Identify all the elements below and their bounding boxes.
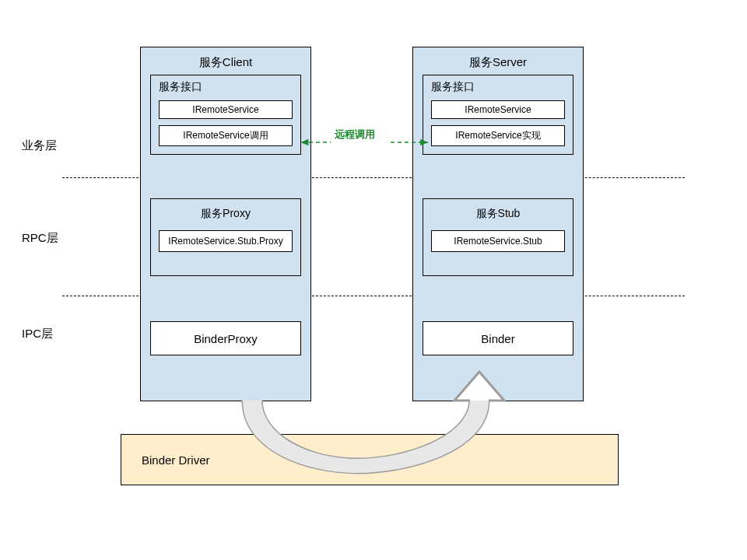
server-stub-title: 服务Stub — [423, 199, 573, 229]
client-iremoteservice: IRemoteService — [159, 100, 293, 119]
client-title: 服务Client — [141, 47, 310, 75]
server-iremoteservice: IRemoteService — [431, 100, 565, 119]
client-iremoteservice-call: IRemoteService调用 — [159, 125, 293, 146]
client-interface-box: 服务接口 IRemoteService IRemoteService调用 — [150, 75, 301, 155]
client-proxy-class: IRemoteService.Stub.Proxy — [159, 230, 293, 252]
server-stub-class: IRemoteService.Stub — [431, 230, 565, 252]
client-proxy-box: 服务Proxy IRemoteService.Stub.Proxy — [150, 198, 301, 276]
server-interface-box: 服务接口 IRemoteService IRemoteService实现 — [423, 75, 573, 155]
layer-label-business: 业务层 — [22, 138, 57, 153]
server-binder: Binder — [423, 321, 573, 355]
layer-label-ipc: IPC层 — [22, 327, 53, 341]
server-title: 服务Server — [413, 47, 583, 75]
server-column: 服务Server 服务接口 IRemoteService IRemoteServ… — [412, 47, 584, 401]
server-iremoteservice-impl: IRemoteService实现 — [431, 125, 565, 146]
layer-label-rpc: RPC层 — [22, 231, 58, 246]
binder-driver-box: Binder Driver — [121, 434, 619, 485]
server-stub-box: 服务Stub IRemoteService.Stub — [423, 198, 573, 276]
remote-call-label: 远程调用 — [335, 128, 375, 142]
client-interface-title: 服务接口 — [151, 75, 300, 97]
client-proxy-title: 服务Proxy — [151, 199, 300, 229]
client-binder-proxy: BinderProxy — [150, 321, 301, 355]
server-interface-title: 服务接口 — [423, 75, 573, 97]
client-column: 服务Client 服务接口 IRemoteService IRemoteServ… — [140, 47, 311, 401]
diagram-canvas: 业务层 RPC层 IPC层 服务Client 服务接口 IRemoteServi… — [0, 0, 747, 560]
